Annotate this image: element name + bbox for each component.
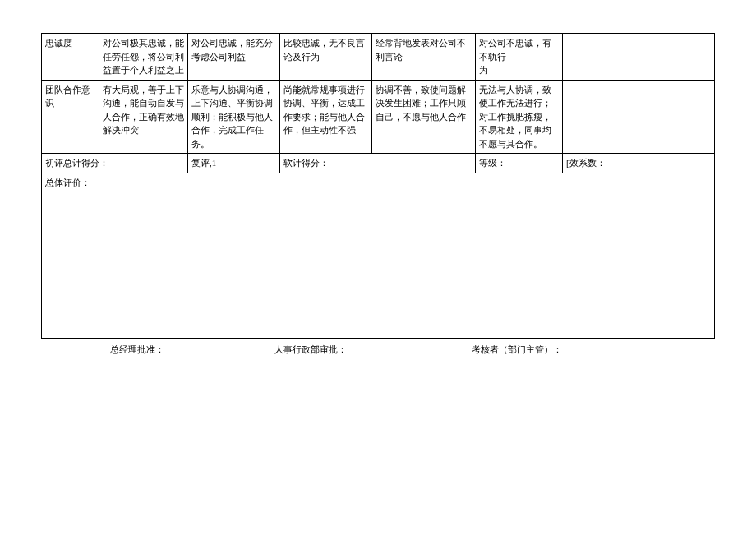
row-label: 团队合作意识: [42, 81, 99, 154]
hr-approval-label: 人事行政部审批：: [250, 344, 447, 356]
cell-level4: 协调不善，致使问题解决发生困难；工作只顾自己，不愿与他人合作: [372, 81, 476, 154]
cell-score: [563, 34, 714, 80]
cell-level5: 对公司不忠诚，有不轨行 为: [476, 34, 563, 80]
cell-level1: 对公司极其忠诚，能任劳任怨，将公司利益置于个人利益之上: [99, 34, 188, 80]
grade-label: 等级：: [476, 154, 563, 173]
initial-score-label: 初评总计得分：: [42, 154, 188, 173]
coefficient-label: [效系数：: [563, 154, 714, 173]
gm-approval-label: 总经理批准：: [44, 344, 250, 356]
cell-level4: 经常背地发表对公司不利言论: [372, 34, 476, 80]
signoff-line: 总经理批准： 人事行政部审批： 考核者（部门主管）：: [41, 344, 715, 356]
cell-level5: 无法与人协调，致使工作无法进行；对工作挑肥拣瘦，不易相处，同事均不愿与其合作。: [476, 81, 563, 154]
cell-level2: 乐意与人协调沟通，上下沟通、平衡协调顺利；能积极与他人合作，完成工作任务。: [188, 81, 280, 154]
evaluation-table: 忠诚度 对公司极其忠诚，能任劳任怨，将公司利益置于个人利益之上 对公司忠诚，能充…: [41, 33, 715, 339]
cell-level3: 比较忠诚，无不良言论及行为: [280, 34, 372, 80]
cell-level1: 有大局观，善于上下沟通，能自动自发与人合作，正确有效地解决冲突: [99, 81, 188, 154]
soft-score-label: 软计得分：: [280, 154, 476, 173]
summary-row: 初评总计得分： 复评,1 软计得分： 等级： [效系数：: [42, 154, 714, 173]
row-label: 忠诚度: [42, 34, 99, 80]
overall-evaluation-label: 总体评价：: [42, 173, 714, 338]
assessor-label: 考核者（部门主管）：: [447, 344, 712, 356]
cell-level2: 对公司忠诚，能充分考虑公司利益: [188, 34, 280, 80]
cell-level3: 尚能就常规事项进行协调、平衡，达成工作要求；能与他人合作，但主动性不强: [280, 81, 372, 154]
table-row: 团队合作意识 有大局观，善于上下沟通，能自动自发与人合作，正确有效地解决冲突 乐…: [42, 81, 714, 155]
cell-score: [563, 81, 714, 154]
table-row: 忠诚度 对公司极其忠诚，能任劳任怨，将公司利益置于个人利益之上 对公司忠诚，能充…: [42, 34, 714, 81]
overall-evaluation-row: 总体评价：: [42, 173, 714, 339]
review-label: 复评,1: [188, 154, 280, 173]
